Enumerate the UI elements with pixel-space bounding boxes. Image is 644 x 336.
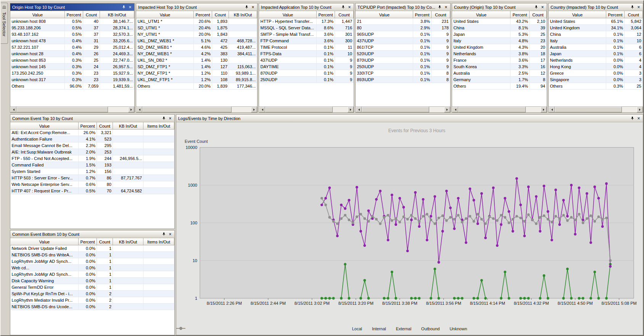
table-row[interactable]: South Korea3.3%16	[452, 64, 547, 70]
legend-item-local[interactable]: Local	[352, 326, 362, 331]
column-header-percent[interactable]: Percent	[413, 11, 431, 18]
table-row[interactable]: Italy0.1%10	[549, 38, 643, 44]
table-row[interactable]: United Kingdom34.1%3,064	[549, 25, 643, 31]
scrollbar-track[interactable]	[142, 107, 251, 112]
table-row[interactable]: Italy4.8%23	[452, 38, 547, 44]
panel-title-bar[interactable]: Common Event Bottom 10 by Count ×	[10, 230, 174, 238]
table-row[interactable]: Australia2.5%12	[452, 70, 547, 77]
table-row[interactable]: 802.9%178	[356, 25, 450, 31]
table-row[interactable]: Network Driver Update Failed0.0%1	[11, 245, 174, 252]
table-row[interactable]: Japan5.3%25	[452, 31, 547, 38]
table-row[interactable]: Email Message Cannot Be Del...2.3%295	[11, 142, 174, 149]
close-icon[interactable]: ×	[127, 5, 133, 10]
table-row[interactable]: 437\UDP0.1%9	[259, 57, 354, 64]
table-row[interactable]: UKL_UTM1 *20.6%1,893	[137, 18, 257, 25]
horizontal-scrollbar[interactable]	[452, 106, 547, 112]
table-row[interactable]: 965\UDP0.1%9	[356, 31, 450, 38]
scroll-left-button[interactable]	[452, 107, 458, 112]
scroll-right-button[interactable]	[251, 107, 257, 112]
panel-title-bar[interactable]: Logs/Events by Time by Direction ×	[176, 115, 643, 122]
table-row[interactable]: FTP Command3.6%300	[259, 38, 354, 44]
scrollbar-thumb[interactable]	[16, 107, 108, 112]
scrollbar-thumb[interactable]	[458, 107, 526, 112]
panel-title-bar[interactable]: TCP\UDP Port (Impacted) Top 10 by Co... …	[356, 3, 450, 11]
table-row[interactable]: System Started1.2%156	[11, 168, 174, 175]
close-icon[interactable]: ×	[167, 116, 173, 121]
column-header-value[interactable]: Value	[549, 11, 606, 18]
scroll-left-button[interactable]	[549, 107, 555, 112]
column-header-count[interactable]: Count	[97, 238, 113, 245]
table-row[interactable]: China8.1%39	[452, 25, 547, 31]
pin-icon[interactable]	[630, 5, 635, 10]
column-header-value[interactable]: Value	[356, 11, 413, 18]
scroll-left-button[interactable]	[136, 107, 142, 112]
table-row[interactable]: China0.1%12	[549, 31, 643, 38]
table-row[interactable]: Command Failed1.5%193	[11, 162, 174, 168]
table-row[interactable]: LogRhythm Mediator Invalid Pr...0.0%2	[11, 297, 174, 304]
table-row[interactable]: SD_DMZ_FTP1 *1.4%127115,063...	[137, 64, 257, 70]
table-row[interactable]: HTTP 407 : Request Error - Pr...0.5%7064…	[11, 188, 174, 194]
pin-icon[interactable]	[630, 116, 635, 121]
table-row[interactable]: 95.233.188.2060.5%3728,374.1...	[11, 25, 134, 31]
table-row[interactable]: 250\UDP0.1%9	[259, 77, 354, 83]
table-row[interactable]: Others0.3%25	[549, 83, 643, 90]
table-row[interactable]: 330\TCP0.1%8	[356, 70, 450, 77]
scrollbar-track[interactable]	[265, 107, 348, 112]
panel-title-bar[interactable]: Common Event Top 10 by Count ×	[10, 115, 174, 122]
scrollbar-thumb[interactable]	[362, 107, 429, 112]
pin-icon[interactable]	[244, 5, 249, 10]
panel-title-bar[interactable]: Impacted Host Top 10 by Count ×	[136, 3, 257, 11]
table-row[interactable]: 250\UDP0.1%9	[356, 64, 450, 70]
scrollbar-track[interactable]	[362, 107, 444, 112]
scroll-left-button[interactable]	[259, 107, 265, 112]
table-row[interactable]: Singapore0.0%3	[549, 77, 643, 83]
scroll-left-button[interactable]	[10, 107, 16, 112]
legend-item-internal[interactable]: Internal	[372, 326, 386, 331]
table-row[interactable]: General TermDD Error0.0%1	[11, 284, 174, 291]
table-row[interactable]: 213.8%231	[356, 18, 450, 25]
table-row[interactable]: Disk Capacity Warning0.0%1	[11, 278, 174, 284]
column-header-percent[interactable]: Percent	[79, 123, 97, 130]
pin-icon[interactable]	[340, 5, 346, 10]
table-row[interactable]: 861\TCP0.1%9	[356, 44, 450, 51]
table-row[interactable]: UKL_SN_DB2 *1.4%130	[137, 57, 257, 64]
table-row[interactable]: Greece0.0%3	[549, 70, 643, 77]
horizontal-scrollbar[interactable]	[356, 106, 450, 112]
column-header-percent[interactable]: Percent	[194, 11, 212, 18]
column-header-percent[interactable]: Percent	[317, 11, 335, 18]
table-row[interactable]: Germany1.7%8	[452, 77, 547, 83]
column-header-count[interactable]: Count	[625, 11, 643, 18]
table-row[interactable]: 93.48.107.1620.5%3732,570.3...	[11, 31, 134, 38]
table-row[interactable]: Japan0.1%6	[549, 51, 643, 57]
table-row[interactable]: NETBIOS SMB-DS dns Ucode...0.0%2	[11, 304, 174, 310]
table-row[interactable]: LogRhythm JobMgr AD Synch...0.0%1	[11, 258, 174, 265]
horizontal-scrollbar[interactable]	[259, 106, 354, 112]
close-icon[interactable]: ×	[636, 5, 641, 10]
column-header-percent[interactable]: Percent	[79, 238, 97, 245]
table-row[interactable]: Others19.4%94	[452, 83, 547, 90]
column-header-count[interactable]: Count	[212, 11, 229, 18]
scroll-left-button[interactable]	[356, 107, 362, 112]
column-header-kb-in-out[interactable]: KB In/Out	[113, 123, 143, 130]
column-header-kb-in-out[interactable]: KB In/Out	[113, 238, 143, 245]
column-header-percent[interactable]: Percent	[510, 11, 530, 18]
table-row[interactable]: SD_UTM1 *20.4%1,875	[137, 25, 257, 31]
scrollbar-thumb[interactable]	[555, 107, 622, 112]
column-header-value[interactable]: Value	[452, 11, 510, 18]
scrollbar-track[interactable]	[458, 107, 541, 112]
scroll-right-button[interactable]	[348, 107, 354, 112]
panel-title-bar[interactable]: Country (Impacted) Top 10 by Count ×	[549, 3, 643, 11]
table-row[interactable]: Netherlands0.0%4	[549, 57, 643, 64]
table-row[interactable]: NY_UTM1 *20.0%1,843	[137, 31, 257, 38]
close-icon[interactable]: ×	[443, 5, 449, 10]
table-row[interactable]: NETBIOS SMB-DS dns WriteA...0.0%1	[11, 252, 174, 258]
column-header-kb-in-out[interactable]: KB In/Out	[100, 11, 134, 18]
scrollbar-thumb[interactable]	[142, 107, 232, 112]
scrollbar-thumb[interactable]	[265, 107, 333, 112]
table-row[interactable]: FTP - 550 - Cmd Not Accepted...1.9%24424…	[11, 155, 174, 162]
table-row[interactable]: United Kingdom4.3%20	[452, 44, 547, 51]
table-row[interactable]: NY_DMZ_WEB1 *4.2%383384,411...	[137, 51, 257, 57]
table-row[interactable]: MSSQL - SQL Server Data...8.6%716	[259, 25, 354, 31]
horizontal-scrollbar[interactable]	[549, 106, 643, 112]
table-row[interactable]: SD_DMZ_WEB1 *4.6%425419,487...	[137, 44, 257, 51]
